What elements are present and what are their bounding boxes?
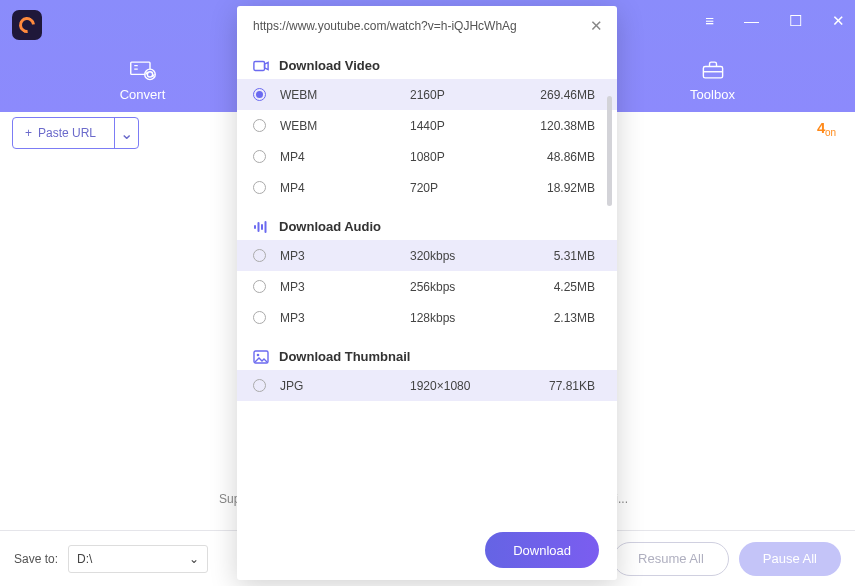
save-path: D:\	[77, 552, 92, 566]
radio-icon	[253, 379, 266, 392]
option-quality: 1920×1080	[410, 379, 530, 393]
svg-rect-3	[254, 61, 265, 70]
option-quality: 2160P	[410, 88, 530, 102]
convert-icon	[129, 58, 157, 82]
radio-icon	[253, 311, 266, 324]
svg-rect-4	[254, 225, 256, 229]
audio-option[interactable]: MP3 320kbps 5.31MB	[237, 240, 617, 271]
option-quality: 256kbps	[410, 280, 530, 294]
svg-rect-5	[258, 222, 260, 232]
option-size: 77.81KB	[530, 379, 601, 393]
video-option[interactable]: MP4 1080P 48.86MB	[237, 141, 617, 172]
section-thumb-title: Download Thumbnail	[279, 349, 410, 364]
option-format: WEBM	[280, 119, 410, 133]
video-option[interactable]: WEBM 2160P 269.46MB	[237, 79, 617, 110]
radio-icon	[253, 181, 266, 194]
tab-label: Convert	[120, 87, 166, 102]
option-format: MP4	[280, 181, 410, 195]
video-option[interactable]: WEBM 1440P 120.38MB	[237, 110, 617, 141]
video-icon	[253, 59, 269, 73]
option-format: MP3	[280, 249, 410, 263]
option-format: MP4	[280, 150, 410, 164]
radio-icon	[253, 280, 266, 293]
window-controls: ≡ — ☐ ✕	[705, 12, 845, 30]
option-format: MP3	[280, 280, 410, 294]
menu-icon[interactable]: ≡	[705, 12, 714, 30]
section-video-title: Download Video	[279, 58, 380, 73]
video-option[interactable]: MP4 720P 18.92MB	[237, 172, 617, 203]
promo-badge[interactable]	[815, 119, 843, 147]
section-audio-title: Download Audio	[279, 219, 381, 234]
download-button[interactable]: Download	[485, 532, 599, 568]
dialog-close-button[interactable]: ✕	[590, 17, 603, 35]
maximize-button[interactable]: ☐	[789, 12, 802, 30]
option-quality: 128kbps	[410, 311, 530, 325]
dialog-header: https://www.youtube.com/watch?v=h-iQJHcW…	[237, 6, 617, 46]
app-logo	[12, 10, 42, 40]
thumb-option[interactable]: JPG 1920×1080 77.81KB	[237, 370, 617, 401]
svg-rect-7	[265, 221, 267, 233]
dialog-footer: Download	[237, 520, 617, 580]
radio-icon	[253, 119, 266, 132]
option-size: 4.25MB	[530, 280, 601, 294]
option-size: 48.86MB	[530, 150, 601, 164]
source-url: https://www.youtube.com/watch?v=h-iQJHcW…	[253, 19, 580, 33]
svg-rect-6	[261, 224, 263, 230]
svg-point-9	[257, 353, 260, 356]
radio-icon	[253, 150, 266, 163]
scrollbar-thumb[interactable]	[607, 96, 612, 206]
option-quality: 1080P	[410, 150, 530, 164]
plus-icon: +	[25, 126, 32, 140]
svg-point-1	[144, 69, 155, 80]
option-quality: 320kbps	[410, 249, 530, 263]
minimize-button[interactable]: —	[744, 12, 759, 30]
option-format: WEBM	[280, 88, 410, 102]
paste-url-dropdown[interactable]: ⌄	[114, 118, 138, 148]
option-size: 5.31MB	[530, 249, 601, 263]
option-size: 2.13MB	[530, 311, 601, 325]
pause-all-button[interactable]: Pause All	[739, 542, 841, 576]
save-to-select[interactable]: D:\ ⌄	[68, 545, 208, 573]
section-audio-header: Download Audio	[237, 211, 617, 240]
option-size: 269.46MB	[530, 88, 601, 102]
toolbox-icon	[699, 58, 727, 82]
paste-url-button: + Paste URL ⌄	[12, 117, 139, 149]
dialog-body: Download Video WEBM 2160P 269.46MB WEBM …	[237, 46, 617, 520]
image-icon	[253, 350, 269, 364]
resume-all-button[interactable]: Resume All	[613, 542, 729, 576]
option-size: 120.38MB	[530, 119, 601, 133]
download-dialog: https://www.youtube.com/watch?v=h-iQJHcW…	[237, 6, 617, 580]
option-format: MP3	[280, 311, 410, 325]
close-window-button[interactable]: ✕	[832, 12, 845, 30]
chevron-down-icon: ⌄	[189, 552, 199, 566]
option-quality: 720P	[410, 181, 530, 195]
paste-url-main[interactable]: + Paste URL	[13, 118, 114, 148]
section-video-header: Download Video	[237, 50, 617, 79]
option-format: JPG	[280, 379, 410, 393]
radio-icon	[253, 88, 266, 101]
option-size: 18.92MB	[530, 181, 601, 195]
save-to-label: Save to:	[14, 552, 58, 566]
tab-label: Toolbox	[690, 87, 735, 102]
audio-option[interactable]: MP3 256kbps 4.25MB	[237, 271, 617, 302]
chevron-down-icon: ⌄	[120, 124, 133, 143]
section-thumb-header: Download Thumbnail	[237, 341, 617, 370]
audio-icon	[253, 220, 269, 234]
radio-icon	[253, 249, 266, 262]
audio-option[interactable]: MP3 128kbps 2.13MB	[237, 302, 617, 333]
option-quality: 1440P	[410, 119, 530, 133]
paste-url-label: Paste URL	[38, 126, 96, 140]
